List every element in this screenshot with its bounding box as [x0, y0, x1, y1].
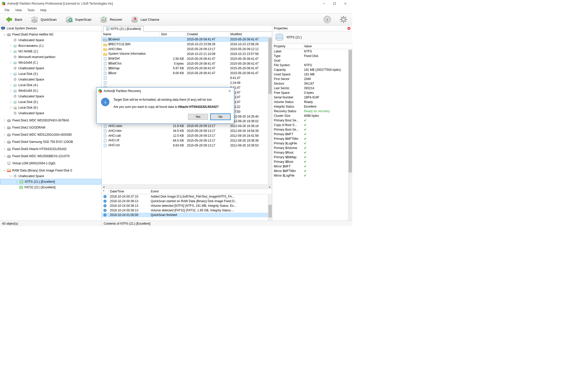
log-col-star[interactable]: * — [102, 189, 108, 194]
tree-item[interactable]: Microsoft reserved partition — [0, 54, 101, 60]
tree-twisty[interactable] — [9, 44, 12, 47]
log-row[interactable]: i2018-10-24 00:38:13Volume detected [FAT… — [102, 208, 272, 213]
tree-twisty[interactable] — [9, 78, 12, 81]
maximize-button[interactable] — [329, 0, 340, 7]
tree-item[interactable]: Local Disk (6:) — [0, 105, 101, 110]
menu-help[interactable]: Help — [38, 8, 49, 13]
lastchance-button[interactable]: Last Chance — [128, 14, 161, 25]
tree-item[interactable]: NO NAME (2:) — [0, 49, 101, 54]
tree-item[interactable]: Win10x64 (C:) — [0, 60, 101, 65]
log-col-event[interactable]: Event — [149, 189, 272, 194]
menu-file[interactable]: File — [2, 8, 12, 13]
log-row[interactable]: i2018-10-24 00:38:13QuickScan started on… — [102, 199, 272, 203]
recover-button[interactable]: Recover — [98, 14, 124, 25]
dialog-no-button[interactable]: No — [210, 114, 230, 120]
tree-twisty[interactable] — [3, 119, 6, 122]
tree-item[interactable]: Unallocated Space — [0, 94, 101, 99]
tree-item[interactable]: Fixed Disk3 WDC WDS120G1G0A-00SS50 — [0, 132, 101, 138]
tree-twisty[interactable] — [15, 186, 18, 189]
prop-col-value[interactable]: Value — [302, 44, 352, 49]
tree-item[interactable]: NTFS (21:) [Excellent] — [0, 179, 101, 185]
log-row[interactable]: i2018-10-24 01:00:00QuickScan finished — [102, 213, 272, 217]
log-row[interactable]: i2018-10-24 00:37:10Added Disk Image D:\… — [102, 194, 272, 199]
tree-item[interactable]: Win81x64 (G:) — [0, 88, 101, 94]
quickscan-button[interactable]: QuickScan — [28, 14, 59, 25]
superscan-button[interactable]: SuperScan — [63, 14, 93, 25]
tree-twisty[interactable] — [3, 147, 6, 151]
back-button[interactable]: Back — [3, 14, 24, 25]
tree-twisty[interactable] — [3, 126, 6, 129]
tree-item[interactable]: Fixed Disk6 WDC WD2500BEVS-22UST0 — [0, 153, 101, 159]
file-row[interactable]: AHCI.files2015-05-28 09:13:172015-05-28 … — [102, 47, 272, 52]
file-row[interactable]: 8:41:47 — [102, 76, 272, 81]
tree-item[interactable]: Local Disk (5:) — [0, 99, 101, 105]
tree-item[interactable]: Fixed Disk4 Samsung SSD 750 EVO 120GB — [0, 139, 101, 145]
tree-item[interactable]: Local Disk (3:) — [0, 71, 101, 77]
col-created[interactable]: Created — [185, 32, 229, 37]
tree-item[interactable]: Unallocated Space — [0, 65, 101, 71]
tree-twisty[interactable] — [9, 61, 12, 64]
file-row[interactable]: $BadClus0 bytes2015-05-28 08:41:472015-0… — [102, 61, 272, 66]
tab-volume[interactable]: NTFS (21:) [Excellent] — [103, 26, 144, 32]
dialog-close-icon[interactable]: ✕ — [227, 89, 232, 93]
file-row[interactable]: AHCI.txt9.63 KB2015-05-28 09:13:172012-0… — [102, 143, 272, 148]
tree-item[interactable]: Fixed Disk5 Hitachi HTS543232L9SA02 — [0, 146, 101, 152]
tree-item[interactable]: Восстановить (1:) — [0, 43, 101, 49]
file-vscrollbar[interactable] — [268, 37, 272, 185]
tree-twisty[interactable] — [16, 180, 19, 183]
tree-item[interactable]: Fixed Disk1 WDC WD2002FAEX-007BA0 — [0, 118, 101, 123]
file-row[interactable]: 2:24:48 — [102, 80, 272, 85]
tree-twisty[interactable] — [9, 67, 12, 70]
tree-twisty[interactable] — [9, 175, 12, 178]
info-button[interactable]: i — [321, 14, 333, 25]
properties-list[interactable]: Property Value LabelNTFSTypeFixed DiskGu… — [272, 44, 352, 221]
tree-twisty[interactable] — [3, 169, 6, 172]
close-button[interactable] — [340, 0, 351, 7]
file-row[interactable]: $Boot8.00 KB2015-05-28 08:41:472015-05-2… — [102, 71, 272, 76]
tree-item[interactable]: Unallocated Space — [0, 37, 101, 43]
tree-twisty[interactable] — [9, 84, 12, 87]
log-row[interactable]: i2018-10-24 00:38:13Volume detected [NTF… — [102, 203, 272, 208]
col-size[interactable]: Size — [159, 32, 185, 37]
file-row[interactable]: AHCI.dotx21.8 KB2015-05-28 09:13:172012-… — [102, 124, 272, 129]
file-row[interactable]: $AttrDef2.50 KB2015-05-28 08:41:472015-0… — [102, 56, 272, 61]
minimize-button[interactable] — [319, 0, 329, 7]
file-row[interactable]: System Volume Information2018-10-23 21:1… — [102, 51, 272, 56]
tree-twisty[interactable] — [9, 39, 12, 42]
file-row[interactable]: AHCI.odt12.5 KB2015-05-28 09:13:172012-0… — [102, 133, 272, 138]
tree-item[interactable]: Fixed Disk0 Patriot Hellfire M2 — [0, 32, 101, 37]
tree-twisty[interactable] — [9, 112, 12, 115]
tree-twisty[interactable] — [9, 89, 12, 92]
tree-twisty[interactable] — [3, 133, 6, 136]
tree-twisty[interactable] — [3, 155, 6, 158]
col-modified[interactable]: Modified — [229, 32, 272, 37]
tree-twisty[interactable] — [9, 95, 12, 98]
menu-view[interactable]: View — [13, 8, 24, 13]
properties-close-icon[interactable] — [347, 27, 351, 30]
tree-twisty[interactable] — [3, 162, 6, 165]
tree-item[interactable]: FAT32 (22:) [Excellent] — [0, 185, 101, 190]
tree-twisty[interactable] — [3, 33, 6, 36]
tree-twisty[interactable] — [9, 100, 12, 104]
tree-item[interactable]: Virtual LDM (WIN10X64-1-Dg0) — [0, 161, 101, 166]
file-row[interactable]: AHCI.rtf64.5 KB2015-05-28 09:13:172012-0… — [102, 138, 272, 143]
file-row[interactable]: $Bitmap5.97 KB2015-05-28 08:41:472015-05… — [102, 66, 272, 71]
log-vscrollbar[interactable] — [268, 194, 272, 221]
file-hscrollbar[interactable]: ◂▸ — [102, 185, 272, 189]
dialog-yes-button[interactable]: Yes — [188, 114, 208, 120]
prop-vscrollbar[interactable] — [348, 49, 352, 221]
tree-twisty[interactable] — [3, 140, 6, 143]
tree-item[interactable]: RAW Data (Binary) Disk Image Fixed Disk … — [0, 168, 101, 173]
prop-col-key[interactable]: Property — [272, 44, 302, 49]
tree-item[interactable]: Unallocated Space — [0, 110, 101, 116]
device-tree[interactable]: Fixed Disk0 Patriot Hellfire M2Unallocat… — [0, 31, 101, 221]
tree-item[interactable]: Fixed Disk2 GOODRAM — [0, 125, 101, 130]
col-name[interactable]: Name — [102, 32, 159, 37]
menu-tools[interactable]: Tools — [25, 8, 37, 13]
settings-button[interactable] — [337, 14, 350, 25]
tree-twisty[interactable] — [9, 72, 12, 75]
tree-item[interactable]: Unallocated Space — [0, 77, 101, 82]
tree-twisty[interactable] — [9, 106, 12, 109]
tree-item[interactable]: Local Disk (4:) — [0, 82, 101, 88]
tree-twisty[interactable] — [9, 55, 12, 59]
